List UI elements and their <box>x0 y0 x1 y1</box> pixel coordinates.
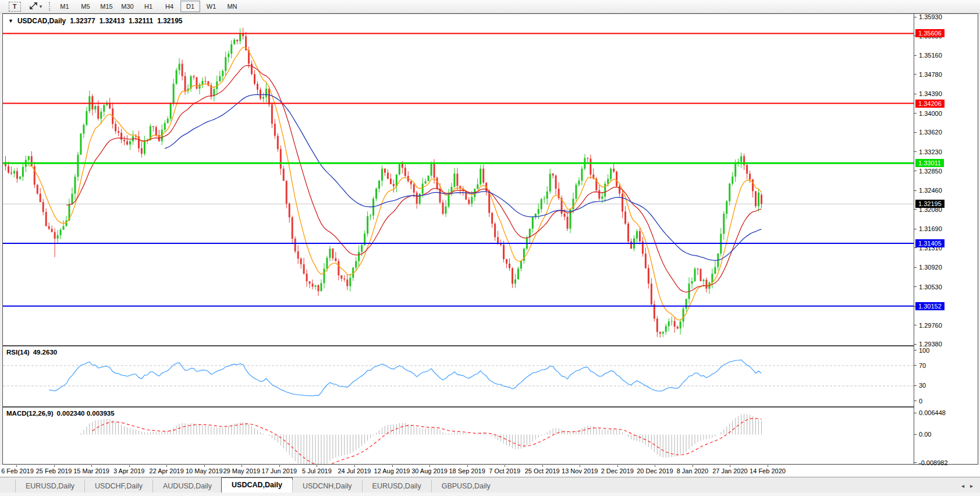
date-tick <box>655 465 655 467</box>
chart-tab[interactable]: GBPUSD,Daily <box>431 480 500 493</box>
price-tick: 30 <box>914 382 926 389</box>
symbol-dropdown-icon[interactable]: ▼ <box>8 18 13 24</box>
price-tick: 1.32850 <box>914 167 942 175</box>
timeframe-button[interactable]: H1 <box>139 1 158 12</box>
bar-open-value: 1.32377 <box>70 17 95 25</box>
symbol-name: USDCAD,Daily <box>17 17 66 25</box>
price-tick: 0.00 <box>914 431 931 438</box>
timeframe-button[interactable]: W1 <box>201 1 221 12</box>
date-label: 22 Apr 2019 <box>150 467 184 474</box>
price-tag: 1.32195 <box>915 200 945 208</box>
timeframe-button[interactable]: MN <box>222 1 242 12</box>
date-label: 27 Jan 2020 <box>712 467 748 474</box>
chart-tab[interactable]: USDCHF,Daily <box>84 480 152 493</box>
arrows-tool-button[interactable]: ▾ <box>26 1 45 12</box>
status-strip <box>0 493 980 496</box>
date-tick <box>166 465 167 467</box>
top-toolbar: T ▾ M1M5M15M30H1H4D1W1MN <box>0 0 980 13</box>
date-tick <box>542 465 543 467</box>
date-tick <box>279 465 280 467</box>
macd-current-values: 0.002340 0.003935 <box>57 410 115 417</box>
bar-low-value: 1.32111 <box>129 17 153 25</box>
date-tick <box>354 465 355 467</box>
chart-title[interactable]: ▼ USDCAD,Daily 1.32377 1.32413 1.32111 1… <box>8 17 183 25</box>
price-tick: 1.33230 <box>914 148 942 155</box>
bar-high-value: 1.32413 <box>100 17 125 25</box>
timeframe-button[interactable]: H4 <box>159 1 179 12</box>
timeframe-button[interactable]: M5 <box>76 1 95 12</box>
chart-tab[interactable]: USDCAD,Daily <box>221 477 293 493</box>
price-tick: 0 <box>914 397 922 405</box>
tab-scroll-controls: ◂ ▸ <box>961 483 973 489</box>
price-tick: 1.35930 <box>914 13 942 21</box>
date-tick <box>91 465 92 467</box>
price-tag: 1.30152 <box>915 302 945 310</box>
macd-label: MACD(12,26,9) 0.002340 0.003935 <box>6 410 115 417</box>
price-tick: 1.31690 <box>914 225 942 233</box>
text-tool-button[interactable]: T <box>5 1 24 12</box>
date-tick <box>392 465 393 467</box>
macd-panel-canvas[interactable] <box>3 408 914 464</box>
price-tick: 1.34000 <box>914 109 942 117</box>
date-label: 30 Aug 2019 <box>411 467 448 474</box>
price-tick: 1.30920 <box>914 264 942 271</box>
price-tag: 1.31405 <box>915 239 945 247</box>
timeframe-button[interactable]: D1 <box>180 1 200 12</box>
timeframe-button[interactable]: M1 <box>55 1 74 12</box>
price-tick: 1.34780 <box>914 70 942 78</box>
date-tick <box>204 465 205 467</box>
chevron-down-icon: ▾ <box>40 3 42 9</box>
date-tick <box>467 465 468 467</box>
price-tick: 1.34390 <box>914 90 942 98</box>
price-axis[interactable]: 1.359301.355501.351601.347801.343901.340… <box>914 14 978 464</box>
price-tag: 1.34206 <box>915 100 945 108</box>
price-tick: 70 <box>914 362 926 369</box>
rsi-current-value: 49.2630 <box>33 349 58 356</box>
price-tick: 0.006448 <box>914 409 946 417</box>
date-tick <box>129 465 130 467</box>
date-label: 24 Jul 2019 <box>338 467 371 474</box>
date-tick <box>54 465 55 467</box>
date-tick <box>768 465 768 467</box>
toolbar-grip <box>49 2 50 11</box>
chart-tab[interactable]: AUDUSD,Daily <box>152 480 222 493</box>
date-axis[interactable]: 6 Feb 201925 Feb 201915 Mar 20193 Apr 20… <box>0 465 980 477</box>
date-tick <box>617 465 618 467</box>
timeframe-button[interactable]: M30 <box>118 1 137 12</box>
date-tick <box>429 465 430 467</box>
main-chart-canvas[interactable] <box>3 14 914 345</box>
chart-tab[interactable]: EURUSD,Daily <box>15 480 84 493</box>
date-label: 14 Feb 2020 <box>750 467 786 474</box>
date-tick <box>317 465 317 467</box>
text-tool-icon: T <box>9 2 21 12</box>
price-tick: 100 <box>914 346 929 354</box>
rsi-panel-canvas[interactable] <box>3 346 914 406</box>
date-label: 6 Feb 2019 <box>1 467 34 474</box>
date-tick <box>505 465 505 467</box>
date-label: 13 Nov 2019 <box>562 467 598 474</box>
tab-scroll-left-icon[interactable]: ◂ <box>961 483 964 489</box>
price-tag: 1.35606 <box>915 29 945 37</box>
chart-tab[interactable]: USDCNH,Daily <box>292 480 362 493</box>
date-label: 18 Sep 2019 <box>449 467 485 474</box>
timeframe-button[interactable]: M15 <box>97 1 116 12</box>
tab-scroll-right-icon[interactable]: ▸ <box>970 483 973 489</box>
date-label: 12 Aug 2019 <box>374 467 410 474</box>
chart-tab-bar: EURUSD,DailyUSDCHF,DailyAUDUSD,DailyUSDC… <box>0 477 980 493</box>
price-tick: 1.35160 <box>914 52 942 59</box>
date-label: 3 Apr 2019 <box>113 467 144 474</box>
date-label: 20 Dec 2019 <box>637 467 673 474</box>
price-tick: 1.32460 <box>914 187 942 194</box>
date-label: 5 Jul 2019 <box>302 467 332 474</box>
date-tick <box>242 465 242 467</box>
arrows-tool-icon <box>29 2 38 11</box>
date-label: 15 Mar 2019 <box>73 467 109 474</box>
date-label: 25 Feb 2019 <box>36 467 72 474</box>
chart-tab[interactable]: EURUSD,Daily <box>362 480 431 493</box>
price-tick: 1.33620 <box>914 129 942 136</box>
date-label: 7 Oct 2019 <box>489 467 520 474</box>
date-label: 10 May 2019 <box>186 467 223 474</box>
date-label: 2 Dec 2019 <box>601 467 634 474</box>
macd-name: MACD(12,26,9) <box>6 410 54 417</box>
price-tag: 1.33011 <box>915 159 944 167</box>
